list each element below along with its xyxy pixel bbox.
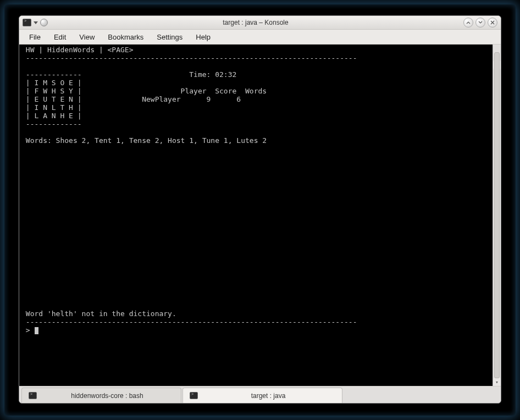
menu-bookmarks[interactable]: Bookmarks bbox=[102, 31, 149, 43]
menubar: File Edit View Bookmarks Settings Help bbox=[19, 30, 501, 45]
grid-row: | E U T E N | NewPlayer 9 6 bbox=[21, 95, 241, 103]
terminal-app-icon bbox=[23, 19, 31, 26]
maximize-button[interactable] bbox=[475, 18, 485, 27]
grid-row: | L A N H E | bbox=[21, 112, 82, 120]
menu-edit[interactable]: Edit bbox=[48, 31, 71, 43]
tab-hiddenwords-core[interactable]: hiddenwords-core : bash bbox=[21, 388, 181, 403]
tab-label: hiddenwords-core : bash bbox=[40, 392, 174, 400]
minimize-button[interactable] bbox=[463, 18, 473, 27]
time-line: Time: 02:32 bbox=[82, 70, 237, 79]
scroll-down-icon[interactable]: ▾ bbox=[493, 378, 501, 386]
scrollbar[interactable]: ▴ ▾ bbox=[493, 45, 501, 386]
scroll-thumb[interactable] bbox=[494, 52, 500, 378]
menu-view[interactable]: View bbox=[74, 31, 100, 43]
window-title: target : java – Konsole bbox=[48, 19, 463, 26]
close-button[interactable] bbox=[488, 18, 497, 27]
tabbar: hiddenwords-core : bash target : java bbox=[19, 386, 501, 403]
error-line: Word 'helth' not in the dictionary. bbox=[21, 310, 176, 318]
words-line: Words: Shoes 2, Tent 1, Tense 2, Host 1,… bbox=[21, 136, 267, 145]
globe-icon bbox=[40, 19, 48, 26]
tab-target-java[interactable]: target : java bbox=[182, 388, 342, 403]
terminal-icon bbox=[190, 392, 198, 399]
menu-file[interactable]: File bbox=[24, 31, 46, 43]
grid-row: | F W H S Y | Player Score Words bbox=[21, 87, 267, 95]
menu-help[interactable]: Help bbox=[190, 31, 216, 43]
titlebar-left bbox=[23, 19, 48, 26]
tab-label: target : java bbox=[201, 392, 335, 400]
menu-settings[interactable]: Settings bbox=[151, 31, 188, 43]
game-header: HW | HiddenWords | <PAGE> bbox=[21, 46, 134, 54]
grid-row: | I N L T H | bbox=[21, 103, 82, 112]
terminal-icon bbox=[29, 392, 37, 399]
window-controls bbox=[463, 18, 497, 27]
grid-top-border: ------------- bbox=[21, 70, 82, 79]
grid-bottom-border: ------------- bbox=[21, 120, 82, 128]
window-menu-icon[interactable] bbox=[34, 21, 38, 24]
terminal[interactable]: HW | HiddenWords | <PAGE> --------------… bbox=[19, 45, 501, 386]
grid-row: | I M S O E | bbox=[21, 79, 82, 87]
prompt: > bbox=[21, 326, 34, 334]
divider-line: ----------------------------------------… bbox=[21, 318, 357, 326]
divider-line: ----------------------------------------… bbox=[21, 54, 357, 62]
titlebar[interactable]: target : java – Konsole bbox=[19, 16, 501, 30]
konsole-window: target : java – Konsole File Edit View B… bbox=[19, 15, 501, 404]
cursor bbox=[35, 327, 38, 334]
